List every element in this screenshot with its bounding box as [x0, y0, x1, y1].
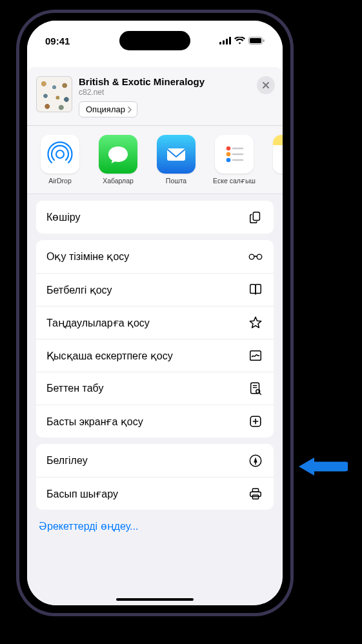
status-time: 09:41: [45, 35, 84, 46]
quick-note-icon: [248, 348, 263, 363]
action-add-favorite[interactable]: Таңдаулыларға қосу: [36, 306, 274, 339]
action-label: Басты экранға қосу: [46, 416, 143, 428]
glasses-icon: [248, 249, 263, 265]
app-label: AirDrop: [37, 177, 83, 185]
options-label: Опциялар: [86, 105, 125, 114]
home-indicator[interactable]: [116, 598, 194, 601]
app-label: Хабарлар: [96, 177, 141, 185]
action-label: Бетбелгі қосу: [46, 284, 112, 296]
mail-icon: [157, 135, 196, 174]
action-markup[interactable]: Белгілеу: [36, 444, 274, 477]
svg-line-23: [259, 393, 261, 394]
svg-point-11: [226, 158, 231, 163]
action-label: Басып шығару: [46, 488, 118, 500]
airdrop-icon: [41, 135, 79, 174]
action-list[interactable]: Көшіру Оқу тізіміне қосу: [27, 194, 283, 605]
action-group: Белгілеу Басып шығару: [36, 444, 274, 510]
svg-rect-15: [253, 212, 259, 220]
messages-icon: [99, 135, 137, 174]
app-label: Еске салғыш: [212, 177, 257, 185]
action-print[interactable]: Басып шығару: [36, 477, 274, 510]
svg-rect-2: [226, 39, 228, 45]
print-icon: [248, 486, 263, 501]
page-title: British & Exotic Mineralogy: [79, 76, 250, 87]
svg-rect-0: [219, 42, 221, 45]
add-home-screen-icon: [248, 414, 263, 429]
svg-point-17: [257, 254, 262, 259]
close-icon: [262, 81, 270, 89]
action-add-bookmark[interactable]: Бетбелгі қосу: [36, 273, 274, 306]
notes-icon: [273, 135, 283, 174]
action-quick-note[interactable]: Қысқаша ескертпеге қосу: [36, 339, 274, 372]
svg-rect-8: [167, 148, 185, 161]
copy-icon: [248, 210, 263, 225]
app-reminders[interactable]: Еске салғыш: [212, 135, 257, 185]
svg-rect-29: [250, 492, 261, 496]
screen: 09:41: [27, 21, 283, 605]
svg-point-9: [226, 146, 231, 151]
options-button[interactable]: Опциялар: [79, 101, 137, 117]
action-reading-list[interactable]: Оқу тізіміне қосу: [36, 240, 274, 273]
app-mail[interactable]: Пошта: [154, 135, 199, 185]
page-thumbnail: [36, 76, 72, 112]
svg-marker-33: [299, 458, 314, 476]
svg-point-16: [249, 254, 254, 259]
app-airdrop[interactable]: AirDrop: [37, 135, 83, 185]
cellular-icon: [219, 37, 231, 45]
book-icon: [248, 282, 263, 297]
svg-rect-5: [250, 38, 261, 43]
page-domain: c82.net: [79, 88, 250, 97]
action-group: Оқу тізіміне қосу Бетбелгі қосу: [36, 240, 274, 438]
action-label: Беттен табу: [46, 383, 103, 394]
battery-icon: [248, 37, 265, 45]
action-group: Көшіру: [36, 201, 274, 234]
callout-arrow: [297, 454, 343, 479]
svg-rect-19: [251, 383, 259, 394]
action-label: Таңдаулыларға қосу: [46, 317, 150, 329]
close-button[interactable]: [257, 76, 275, 94]
svg-point-10: [226, 152, 231, 157]
wifi-icon: [234, 37, 245, 45]
action-label: Қысқаша ескертпеге қосу: [46, 350, 173, 362]
svg-rect-30: [252, 488, 258, 492]
reminders-icon: [215, 135, 254, 174]
action-label: Көшіру: [46, 211, 80, 223]
sheet-header: British & Exotic Mineralogy c82.net Опци…: [27, 67, 283, 126]
svg-rect-1: [223, 41, 225, 45]
status-icons: [219, 37, 265, 45]
action-add-home-screen[interactable]: Басты экранға қосу: [36, 405, 274, 438]
action-find-on-page[interactable]: Беттен табу: [36, 372, 274, 405]
chevron-right-icon: [126, 106, 133, 113]
action-label: Белгілеу: [46, 455, 88, 467]
svg-point-7: [56, 150, 64, 158]
action-label: Оқу тізіміне қосу: [46, 250, 129, 263]
find-on-page-icon: [248, 381, 263, 396]
share-sheet: British & Exotic Mineralogy c82.net Опци…: [27, 67, 283, 605]
share-app-row[interactable]: AirDrop Хабарлар Пошта: [27, 126, 283, 194]
phone-frame: 09:41: [16, 10, 294, 616]
star-icon: [248, 315, 263, 330]
app-messages[interactable]: Хабарлар: [96, 135, 141, 185]
action-copy[interactable]: Көшіру: [36, 201, 274, 234]
svg-rect-3: [229, 37, 231, 45]
app-label: Пошта: [154, 177, 199, 185]
markup-icon: [248, 453, 263, 468]
app-notes[interactable]: [270, 135, 283, 185]
svg-rect-6: [263, 39, 265, 42]
edit-actions-link[interactable]: Әрекеттерді өңдеу...: [36, 516, 274, 541]
dynamic-island: [119, 31, 190, 50]
